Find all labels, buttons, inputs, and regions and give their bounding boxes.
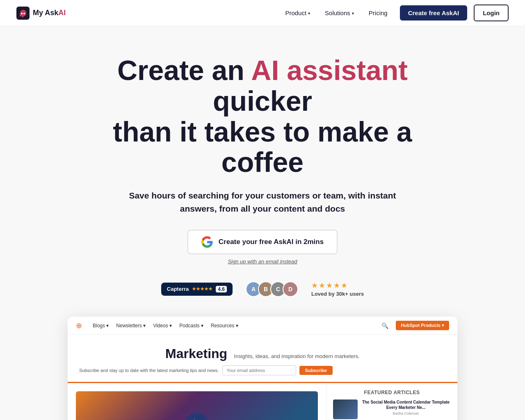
loved-text: ★ ★ ★ ★ ★ Loved by 30k+ users	[311, 281, 364, 297]
demo-marketing-title: Marketing	[165, 346, 227, 361]
hero-title-assistant: assistant	[287, 55, 408, 86]
demo-email-input[interactable]	[222, 365, 296, 375]
nav-pricing[interactable]: Pricing	[363, 6, 393, 20]
chevron-down-icon: ▾	[352, 11, 354, 16]
user-avatars: A B C D	[246, 281, 298, 297]
capterra-stars: ★★★★★	[192, 286, 212, 292]
logo-icon	[16, 7, 30, 20]
star-icon: ★	[311, 281, 318, 290]
capterra-badge: Capterra ★★★★★ 4.6	[161, 283, 233, 296]
create-free-askai-button[interactable]: Create free AskAI	[400, 5, 468, 21]
article-title: The Social Media Content Calendar Templa…	[361, 399, 451, 410]
demo-marketing-header: Marketing Insights, ideas, and inspirati…	[68, 335, 457, 383]
hero-section: Create an AI assistant quickerthan it ta…	[0, 26, 525, 420]
login-button[interactable]: Login	[474, 5, 509, 21]
logo[interactable]: My AskAI	[16, 7, 279, 20]
cta-wrapper: Create your free AskAI in 2mins Sign up …	[16, 230, 509, 265]
hero-subtitle: Save hours of searching for your custome…	[119, 189, 406, 215]
demo-nav: ⊕ Blogs ▾ Newsletters ▾ Videos ▾ Podcast…	[68, 317, 457, 335]
star-icon: ★	[341, 281, 347, 290]
demo-nav-newsletters[interactable]: Newsletters ▾	[116, 323, 146, 329]
demo-subscribe-button[interactable]: Subscribe	[299, 366, 333, 375]
nav-product[interactable]: Product ▾	[279, 6, 316, 20]
demo-subscribe-text: Subscribe and stay up to date with the l…	[79, 368, 219, 373]
google-signup-button[interactable]: Create your free AskAI in 2mins	[187, 230, 338, 254]
demo-container: ⊕ Blogs ▾ Newsletters ▾ Videos ▾ Podcast…	[68, 317, 457, 420]
nav-solutions[interactable]: Solutions ▾	[319, 6, 360, 20]
nav-links: Product ▾ Solutions ▾ Pricing Create fre…	[279, 5, 509, 21]
google-icon	[201, 236, 213, 248]
list-item: The Social Media Content Calendar Templa…	[333, 399, 451, 419]
loved-label: Loved by 30k+ users	[311, 291, 364, 297]
hero-title: Create an AI assistant quickerthan it ta…	[78, 55, 447, 178]
svg-point-2	[23, 13, 25, 14]
hero-title-ai: AI	[251, 55, 279, 86]
star-icon: ★	[326, 281, 333, 290]
demo-subscribe-row: Subscribe and stay up to date with the l…	[79, 365, 446, 375]
svg-point-1	[21, 13, 23, 14]
demo-right-column: Featured Articles The Social Media Conte…	[326, 383, 457, 420]
chevron-down-icon: ▾	[308, 11, 310, 16]
demo-products-button[interactable]: HubSpot Products ▾	[396, 321, 449, 330]
demo-nav-resources[interactable]: Resources ▾	[211, 323, 238, 329]
stars-row: ★ ★ ★ ★ ★	[311, 281, 347, 290]
demo-nav-blogs[interactable]: Blogs ▾	[93, 323, 109, 329]
main-nav: My AskAI Product ▾ Solutions ▾ Pricing C…	[0, 0, 525, 26]
demo-inner: ⊕ Blogs ▾ Newsletters ▾ Videos ▾ Podcast…	[68, 317, 457, 420]
demo-nav-videos[interactable]: Videos ▾	[153, 323, 172, 329]
demo-nav-logo-icon: ⊕	[76, 321, 82, 330]
demo-article-image	[76, 391, 318, 420]
demo-nav-podcasts[interactable]: Podcasts ▾	[179, 323, 203, 329]
capterra-logo: Capterra	[167, 286, 189, 292]
avatar: D	[283, 281, 298, 297]
search-icon[interactable]: 🔍	[381, 322, 388, 329]
demo-featured-label: Featured Articles	[333, 390, 451, 395]
logo-text: My AskAI	[33, 9, 66, 17]
email-signup-link[interactable]: Sign up with an email instead	[228, 258, 297, 265]
article-thumbnail	[333, 399, 358, 419]
capterra-score: 4.6	[216, 286, 227, 292]
demo-marketing-subtitle: Insights, ideas, and inspiration for mod…	[234, 353, 360, 359]
star-icon: ★	[333, 281, 340, 290]
demo-left-column: 5 Steps to Create an Outstanding Marketi…	[68, 383, 326, 420]
article-author: Basha Coleman	[361, 411, 451, 415]
social-proof: Capterra ★★★★★ 4.6 A B C D ★ ★ ★ ★ ★ Lov…	[16, 281, 509, 297]
star-icon: ★	[319, 281, 325, 290]
demo-content: 5 Steps to Create an Outstanding Marketi…	[68, 383, 457, 420]
